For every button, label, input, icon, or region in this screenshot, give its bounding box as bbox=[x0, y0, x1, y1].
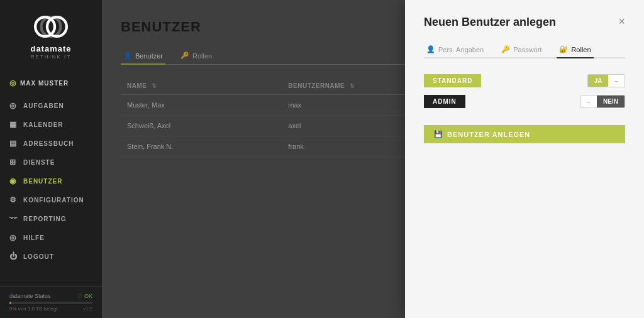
rollen-icon: 🔐 bbox=[559, 45, 568, 53]
submit-label: BENUTZER ANLEGEN bbox=[447, 131, 530, 138]
sidebar-item-adressbuch[interactable]: ▤ ADRESSBUCH bbox=[0, 134, 102, 153]
modal-tab-passwort[interactable]: 🔑 Passwort bbox=[499, 41, 544, 58]
sidebar-item-label: KONFIGURATION bbox=[23, 197, 84, 204]
sidebar-logo: datamate RETHINK IT bbox=[0, 0, 102, 69]
passwort-icon: 🔑 bbox=[501, 45, 510, 53]
role-row-admin: ADMIN – NEIN bbox=[424, 95, 625, 108]
reporting-icon: 〰 bbox=[9, 214, 18, 223]
logo-sub: RETHINK IT bbox=[31, 54, 71, 60]
modal-tab-label: Pers. Angaben bbox=[438, 46, 484, 53]
storage-progress-bg bbox=[9, 302, 92, 304]
submit-new-user-button[interactable]: 💾 BENUTZER ANLEGEN bbox=[424, 125, 625, 143]
sidebar-item-label: DIENSTE bbox=[23, 159, 55, 166]
modal-tab-label: Passwort bbox=[513, 46, 541, 53]
role-badge-standard: STANDARD bbox=[424, 74, 481, 87]
storage-progress-fill bbox=[9, 302, 11, 304]
roles-section: STANDARD JA – ADMIN – NEIN bbox=[424, 74, 625, 116]
sidebar-item-kalender[interactable]: ▦ KALENDER bbox=[0, 115, 102, 134]
sidebar-item-label: BENUTZER bbox=[23, 178, 62, 185]
benutzer-icon: ◉ bbox=[9, 177, 18, 185]
datamate-logo-icon bbox=[32, 13, 70, 41]
version-text: v1.0 bbox=[83, 306, 92, 312]
toggle-no-label[interactable]: – bbox=[608, 75, 625, 87]
pers-angaben-icon: 👤 bbox=[426, 45, 435, 53]
modal-tab-bar: 👤 Pers. Angaben 🔑 Passwort 🔐 Rollen bbox=[424, 41, 625, 58]
sidebar-item-label: KALENDER bbox=[23, 121, 64, 128]
status-ok-badge: ♡ OK bbox=[77, 293, 92, 299]
new-user-modal: Neuen Benutzer anlegen × 👤 Pers. Angaben… bbox=[405, 0, 644, 318]
toggle-standard[interactable]: JA – bbox=[587, 74, 625, 87]
role-badge-admin: ADMIN bbox=[424, 95, 465, 108]
aufgaben-icon: ◎ bbox=[9, 101, 18, 110]
modal-close-button[interactable]: × bbox=[618, 16, 625, 27]
logout-icon: ⏻ bbox=[9, 252, 18, 261]
toggle-no-label[interactable]: NEIN bbox=[597, 96, 625, 107]
sidebar-item-label: ADRESSBUCH bbox=[23, 140, 74, 147]
logo-text: datamate bbox=[30, 44, 71, 53]
storage-text: 0% von 1,0 TB belegt bbox=[9, 306, 57, 312]
submit-icon: 💾 bbox=[434, 130, 443, 138]
modal-tab-pers-angaben[interactable]: 👤 Pers. Angaben bbox=[424, 41, 486, 58]
user-icon: ◎ bbox=[9, 79, 16, 87]
role-row-standard: STANDARD JA – bbox=[424, 74, 625, 87]
konfiguration-icon: ⚙ bbox=[9, 195, 18, 204]
sidebar-item-label: AUFGABEN bbox=[23, 102, 64, 109]
sidebar-item-label: LOGOUT bbox=[23, 253, 54, 260]
sidebar-item-label: HILFE bbox=[23, 234, 45, 241]
main-content: BENUTZER 👤 Benutzer 🔑 Rollen NAME ⇅ BENU… bbox=[102, 0, 644, 318]
adressbuch-icon: ▤ bbox=[9, 139, 18, 148]
modal-tab-label: Rollen bbox=[571, 46, 591, 53]
hilfe-icon: ◎ bbox=[9, 233, 18, 242]
sidebar-item-aufgaben[interactable]: ◎ AUFGABEN bbox=[0, 96, 102, 115]
sidebar-username: MAX MUSTER bbox=[20, 80, 69, 87]
modal-tab-rollen[interactable]: 🔐 Rollen bbox=[557, 41, 593, 58]
sidebar-item-reporting[interactable]: 〰 REPORTING bbox=[0, 209, 102, 228]
sidebar-footer: datamate Status ♡ OK 0% von 1,0 TB beleg… bbox=[0, 286, 102, 318]
toggle-admin[interactable]: – NEIN bbox=[580, 95, 625, 108]
toggle-yes-label[interactable]: JA bbox=[588, 75, 609, 87]
sidebar-item-label: REPORTING bbox=[23, 216, 66, 222]
sidebar-item-dienste[interactable]: ⊞ DIENSTE bbox=[0, 153, 102, 172]
modal-title: Neuen Benutzer anlegen bbox=[424, 16, 556, 29]
heart-icon: ♡ bbox=[77, 293, 82, 299]
sidebar-item-hilfe[interactable]: ◎ HILFE bbox=[0, 228, 102, 247]
modal-header: Neuen Benutzer anlegen × bbox=[424, 16, 625, 29]
dienste-icon: ⊞ bbox=[9, 158, 18, 167]
sidebar-item-benutzer[interactable]: ◉ BENUTZER bbox=[0, 172, 102, 190]
sidebar-item-konfiguration[interactable]: ⚙ KONFIGURATION bbox=[0, 190, 102, 209]
status-label: datamate Status bbox=[9, 293, 51, 299]
toggle-yes-label[interactable]: – bbox=[581, 96, 597, 107]
sidebar-user[interactable]: ◎ MAX MUSTER bbox=[0, 72, 102, 94]
kalender-icon: ▦ bbox=[9, 120, 18, 129]
sidebar: datamate RETHINK IT ◎ MAX MUSTER ◎ AUFGA… bbox=[0, 0, 102, 318]
sidebar-item-logout[interactable]: ⏻ LOGOUT bbox=[0, 247, 102, 266]
sidebar-nav: ◎ AUFGABEN ▦ KALENDER ▤ ADRESSBUCH ⊞ DIE… bbox=[0, 96, 102, 286]
